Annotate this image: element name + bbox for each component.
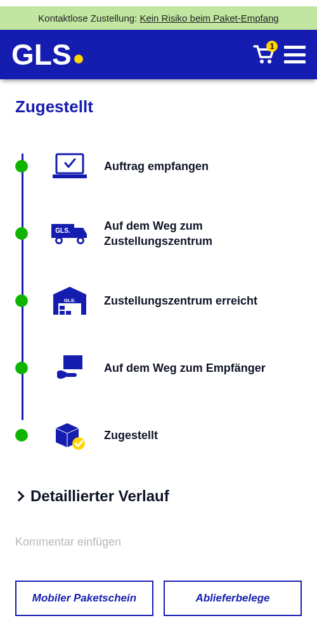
proof-of-delivery-button[interactable]: Ablieferbelege [164,581,302,616]
svg-rect-14 [60,311,65,315]
timeline-step-label: Auf dem Weg zum Zustellungszentrum [104,218,302,249]
timeline-step-label: Auf dem Weg zum Empfänger [104,360,266,376]
warehouse-icon: GLS. [49,286,90,316]
svg-point-8 [79,239,82,242]
svg-text:GLS.: GLS. [55,227,70,234]
main-content: Zugestellt Auftrag empfangen [0,79,317,635]
svg-point-0 [260,60,264,63]
menu-button[interactable] [284,46,306,63]
timeline-step: Auf dem Weg zum Empfänger [32,348,302,388]
truck-icon: GLS. [49,221,90,246]
timeline-step-label: Zugestellt [104,428,158,443]
info-banner: Kontaktlose Zustellung: Kein Risiko beim… [0,0,317,30]
svg-text:GLS.: GLS. [64,298,76,303]
app-header: GLS 1 [0,30,317,79]
svg-rect-2 [56,154,83,173]
svg-point-1 [268,60,271,63]
package-delivered-icon [49,421,90,450]
svg-rect-13 [60,306,65,310]
svg-rect-16 [63,355,82,369]
banner-prefix: Kontaktlose Zustellung: [38,13,139,23]
timeline-step: GLS. Zustellungszentrum erreicht [32,280,302,321]
gls-logo[interactable]: GLS [11,37,83,72]
svg-rect-3 [53,174,87,178]
svg-point-6 [57,239,61,242]
action-buttons: Mobiler Paketschein Ablieferbelege [15,581,302,616]
timeline-step: Auftrag empfangen [32,146,302,187]
svg-rect-15 [66,311,71,315]
timeline: Auftrag empfangen GLS. Auf dem Weg zum Z… [15,146,302,456]
comment-input[interactable] [15,536,302,549]
logo-text: GLS [11,37,72,72]
chevron-right-icon [14,491,25,502]
timeline-step-label: Auftrag empfangen [104,159,209,174]
hand-package-icon [49,354,90,382]
timeline-step-label: Zustellungszentrum erreicht [104,293,257,308]
mobile-parcel-slip-button[interactable]: Mobiler Paketschein [15,581,153,616]
page-title: Zugestellt [15,97,302,117]
cart-badge: 1 [266,41,278,52]
detailed-history-toggle[interactable]: Detaillierter Verlauf [15,487,302,505]
timeline-step: Zugestellt [32,415,302,456]
detailed-history-label: Detaillierter Verlauf [30,487,169,505]
banner-link[interactable]: Kein Risiko beim Paket-Empfang [139,13,278,23]
timeline-step: GLS. Auf dem Weg zum Zustellungszentrum [32,213,302,254]
laptop-check-icon [49,153,90,180]
cart-button[interactable]: 1 [251,42,276,67]
logo-dot-icon [74,55,83,63]
svg-point-17 [72,437,85,450]
